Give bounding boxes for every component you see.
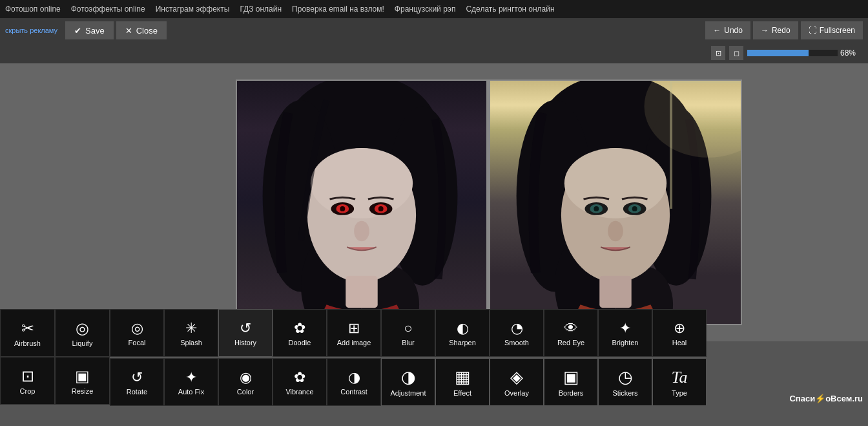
zoom-slider[interactable] — [747, 50, 838, 56]
save-button[interactable]: ✔ Save — [65, 21, 114, 39]
close-button[interactable]: ✕ Close — [116, 21, 167, 39]
contrast-button[interactable]: ◑ Contrast — [327, 358, 381, 406]
before-portrait-svg — [237, 81, 486, 324]
stickers-icon: ◷ — [618, 367, 633, 387]
smooth-icon: ◔ — [511, 320, 523, 337]
overlay-button[interactable]: ◈ Overlay — [490, 358, 544, 406]
effect-icon: ▦ — [455, 367, 471, 387]
svg-rect-30 — [599, 276, 631, 308]
canvas-area — [110, 63, 868, 341]
svg-point-6 — [311, 148, 413, 218]
effect-button[interactable]: ▦ Effect — [435, 358, 490, 406]
blur-icon: ○ — [404, 320, 412, 337]
fit-icon[interactable]: ⊡ — [711, 46, 725, 60]
nav-link-email[interactable]: Проверка email на взлом! — [292, 5, 384, 14]
sharpen-icon: ◐ — [457, 320, 469, 337]
liquify-button[interactable]: ◎ Liquify — [55, 309, 110, 357]
adjustment-label: Adjustment — [390, 389, 426, 397]
focal-button[interactable]: ◎ Focal — [110, 309, 164, 357]
add-image-button[interactable]: ⊞ Add image — [327, 309, 381, 357]
splash-button[interactable]: ✳ Splash — [164, 309, 218, 357]
hide-ad-link[interactable]: скрыть рекламу — [5, 27, 57, 34]
check-icon: ✔ — [74, 26, 81, 36]
contrast-label: Contrast — [340, 388, 367, 396]
nav-link-photoshop[interactable]: Фотошоп online — [5, 5, 61, 14]
watermark: Спаси⚡оВсем.ru — [789, 394, 863, 403]
vibrance-button[interactable]: ✿ Vibrance — [273, 358, 327, 406]
svg-rect-33 — [670, 81, 740, 83]
type-icon: Ta — [671, 368, 687, 387]
toolbar-right: ← Undo → Redo ⛶ Fullscreen — [705, 21, 863, 39]
vibrance-icon: ✿ — [294, 369, 305, 386]
brighten-label: Brighten — [612, 339, 639, 346]
brighten-button[interactable]: ✦ Brighten — [598, 309, 652, 357]
blur-label: Blur — [402, 339, 415, 346]
add-image-label: Add image — [337, 339, 371, 346]
toolbar: скрыть рекламу ✔ Save ✕ Close ← Undo → R… — [0, 18, 868, 43]
adjustment-button[interactable]: ◑ Adjustment — [381, 358, 435, 406]
airbrush-label: Airbrush — [14, 339, 41, 347]
blur-button[interactable]: ○ Blur — [381, 309, 435, 357]
svg-point-13 — [354, 221, 369, 242]
liquify-label: Liquify — [72, 339, 93, 347]
overlay-label: Overlay — [504, 389, 529, 397]
redeye-label: Red Eye — [557, 339, 584, 346]
smooth-label: Smooth — [504, 339, 529, 346]
zoom-slider-fill — [747, 50, 809, 56]
after-portrait-svg — [490, 81, 741, 324]
rotate-label: Rotate — [127, 388, 147, 396]
add-image-icon: ⊞ — [348, 320, 360, 337]
color-label: Color — [237, 388, 254, 396]
svg-point-27 — [594, 206, 599, 211]
resize-button[interactable]: ▣ Resize — [55, 357, 110, 405]
svg-point-12 — [378, 206, 384, 211]
tool-row-main-2: ↺ Rotate ✦ Auto Fix ◉ Color ✿ Vibrance ◑… — [110, 358, 707, 406]
stickers-button[interactable]: ◷ Stickers — [598, 358, 652, 406]
nav-link-gdz[interactable]: ГДЗ онлайн — [240, 5, 282, 14]
tool-row-left-2: ⊡ Crop ▣ Resize — [0, 357, 110, 405]
overlay-icon: ◈ — [510, 367, 523, 387]
svg-point-11 — [340, 206, 345, 211]
before-image-panel — [236, 80, 488, 325]
history-button[interactable]: ↺ History — [218, 309, 273, 357]
undo-icon: ← — [713, 26, 721, 35]
rotate-button[interactable]: ↺ Rotate — [110, 358, 164, 406]
type-button[interactable]: Ta Type — [652, 358, 707, 406]
adjustment-icon: ◑ — [401, 367, 416, 387]
fullscreen-button[interactable]: ⛶ Fullscreen — [801, 21, 863, 39]
nav-link-rap[interactable]: Французский рэп — [395, 5, 456, 14]
doodle-button[interactable]: ✿ Doodle — [273, 309, 327, 357]
smooth-button[interactable]: ◔ Smooth — [490, 309, 544, 357]
redeye-button[interactable]: 👁 Red Eye — [544, 309, 598, 357]
after-image-panel — [490, 80, 742, 325]
history-label: History — [234, 339, 256, 346]
redo-button[interactable]: → Redo — [753, 21, 798, 39]
top-nav: Фотошоп online Фотоэффекты online Инстаг… — [0, 0, 868, 18]
autofix-button[interactable]: ✦ Auto Fix — [164, 358, 218, 406]
x-icon: ✕ — [125, 26, 132, 36]
tools-left: ✂ Airbrush ◎ Liquify ⊡ Crop ▣ Resize — [0, 309, 110, 406]
sharpen-button[interactable]: ◐ Sharpen — [435, 309, 490, 357]
svg-rect-14 — [346, 276, 377, 308]
resize-label: Resize — [72, 387, 94, 395]
focal-label: Focal — [129, 339, 146, 346]
svg-point-29 — [608, 221, 623, 242]
nav-link-instagram[interactable]: Инстаграм эффекты — [156, 5, 230, 14]
tool-row-left-1: ✂ Airbrush ◎ Liquify — [0, 309, 110, 357]
borders-button[interactable]: ▣ Borders — [544, 358, 598, 406]
crop-button[interactable]: ⊡ Crop — [0, 357, 55, 405]
redeye-icon: 👁 — [564, 320, 578, 337]
svg-rect-32 — [670, 81, 672, 209]
doodle-icon: ✿ — [294, 320, 305, 337]
actual-size-icon[interactable]: ◻ — [729, 46, 743, 60]
heal-icon: ⊕ — [674, 320, 685, 337]
nav-link-ringtone[interactable]: Сделать рингтон онлайн — [466, 5, 554, 14]
vibrance-label: Vibrance — [285, 388, 313, 396]
undo-button[interactable]: ← Undo — [705, 21, 750, 39]
nav-link-effects[interactable]: Фотоэффекты online — [71, 5, 145, 14]
color-button[interactable]: ◉ Color — [218, 358, 273, 406]
stickers-label: Stickers — [612, 389, 637, 397]
crop-label: Crop — [20, 387, 36, 395]
airbrush-button[interactable]: ✂ Airbrush — [0, 309, 55, 357]
heal-button[interactable]: ⊕ Heal — [652, 309, 707, 357]
